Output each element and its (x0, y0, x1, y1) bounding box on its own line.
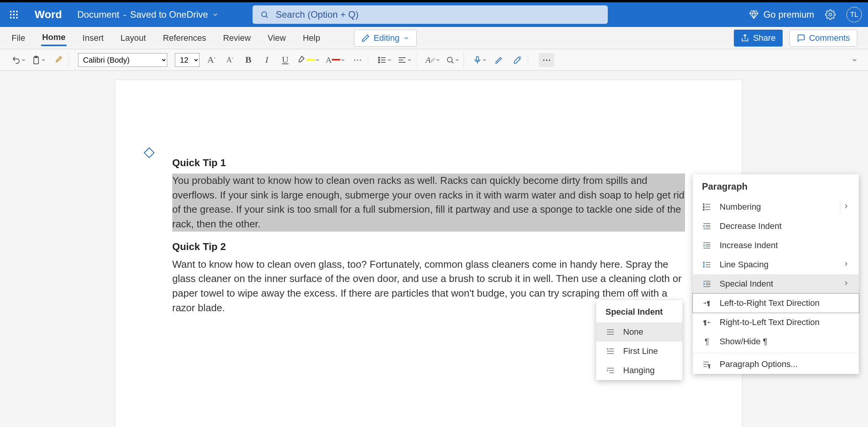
editor-button[interactable] (492, 53, 506, 67)
font-color-button[interactable]: A (326, 53, 346, 67)
avatar[interactable]: TL (846, 7, 862, 22)
menu-item-show-hide[interactable]: ¶ Show/Hide ¶ (693, 332, 859, 351)
align-button[interactable] (397, 53, 412, 67)
font-size-select[interactable]: 12 (175, 53, 200, 67)
app-name[interactable]: Word (35, 8, 62, 21)
line-spacing-icon (702, 260, 712, 270)
comment-icon (797, 34, 805, 42)
chevron-down-icon (435, 57, 441, 63)
bullets-icon (377, 55, 387, 65)
doc-name: Document (77, 9, 119, 20)
grid-icon (10, 11, 18, 18)
app-launcher-icon[interactable] (6, 7, 22, 22)
indent-none[interactable]: None (596, 322, 682, 342)
share-label: Share (753, 33, 776, 43)
dash: - (123, 9, 126, 20)
italic-button[interactable]: I (260, 53, 273, 67)
menu-item-label: Increase Indent (720, 240, 778, 250)
menu-item-ltr-text[interactable]: ¶ Left-to-Right Text Direction (693, 294, 859, 313)
paragraph-1[interactable]: You probably want to know how to clean o… (172, 173, 685, 232)
decrease-indent-icon (702, 221, 712, 231)
gear-icon[interactable] (825, 9, 836, 20)
chevron-down-icon (340, 57, 346, 63)
menu-item-numbering[interactable]: 123 Numbering (693, 197, 859, 217)
svg-text:¶: ¶ (707, 300, 710, 306)
editing-mode-button[interactable]: Editing (354, 30, 417, 47)
tab-layout[interactable]: Layout (120, 31, 147, 45)
tab-references[interactable]: References (162, 31, 207, 45)
avatar-initials: TL (850, 11, 858, 19)
format-painter-button[interactable] (52, 53, 65, 67)
svg-text:3: 3 (703, 208, 705, 211)
ribbon-collapse-button[interactable] (849, 54, 860, 66)
diamond-icon (749, 10, 759, 20)
dictate-button[interactable] (473, 53, 487, 67)
chevron-down-icon (851, 57, 858, 63)
highlighter-icon (297, 55, 306, 65)
undo-icon (12, 55, 21, 65)
shrink-font-button[interactable]: Aˇ (223, 53, 236, 67)
menu-item-paragraph-options[interactable]: ¶ Paragraph Options... (693, 355, 859, 374)
chevron-down-icon (403, 35, 409, 41)
svg-point-10 (378, 62, 379, 63)
tab-insert[interactable]: Insert (82, 31, 105, 45)
ltr-icon: ¶ (702, 298, 712, 308)
more-font-button[interactable]: ⋯ (351, 53, 364, 67)
bullets-button[interactable] (377, 53, 392, 67)
menu-item-increase-indent[interactable]: Increase Indent (693, 236, 859, 255)
go-premium-label: Go premium (763, 9, 814, 20)
chevron-down-icon (387, 57, 392, 63)
chevron-right-icon (843, 279, 850, 289)
underline-button[interactable]: U (279, 53, 292, 67)
menu-item-label: Paragraph Options... (720, 359, 798, 369)
svg-point-0 (262, 12, 267, 17)
undo-button[interactable] (12, 53, 26, 67)
share-button[interactable]: Share (734, 30, 783, 47)
styles-button[interactable]: A (426, 53, 441, 67)
designer-button[interactable] (511, 53, 524, 67)
wand-icon (513, 56, 522, 64)
menu-item-line-spacing[interactable]: Line Spacing (693, 255, 859, 274)
indent-first-line[interactable]: First Line (596, 342, 682, 361)
tab-home[interactable]: Home (41, 30, 66, 46)
chevron-right-icon (843, 202, 850, 212)
heading-quick-tip-2: Quick Tip 2 (172, 241, 685, 253)
menu-item-label: Right-to-Left Text Direction (720, 317, 820, 327)
ribbon-tabs: File Home Insert Layout References Revie… (0, 27, 868, 49)
search-input[interactable] (276, 9, 600, 20)
bold-button[interactable]: B (242, 53, 255, 67)
align-left-icon (397, 55, 407, 65)
pen-icon (431, 58, 435, 62)
toolbar-overflow-button[interactable]: ⋯ (539, 53, 554, 67)
go-premium-button[interactable]: Go premium (749, 9, 814, 20)
svg-text:¶: ¶ (703, 319, 707, 325)
editor-pen-icon (495, 56, 503, 64)
grow-font-button[interactable]: Aˆ (205, 53, 218, 67)
rtl-icon: ¶ (702, 317, 712, 327)
svg-line-16 (452, 62, 453, 63)
comments-button[interactable]: Comments (790, 30, 857, 47)
indent-hanging[interactable]: Hanging (596, 361, 682, 380)
tab-file[interactable]: File (11, 31, 26, 45)
find-button[interactable] (446, 53, 460, 67)
menu-item-rtl-text[interactable]: ¶ Right-to-Left Text Direction (693, 313, 859, 332)
highlight-button[interactable] (297, 53, 320, 67)
font-name-select[interactable]: Calibri (Body) (78, 53, 167, 67)
microphone-icon (473, 56, 482, 64)
doc-title-group[interactable]: Document - Saved to OneDrive (77, 9, 219, 20)
paste-button[interactable] (32, 53, 46, 67)
chevron-down-icon (41, 57, 46, 63)
search-box[interactable] (253, 5, 608, 24)
tab-review[interactable]: Review (222, 31, 251, 45)
menu-item-decrease-indent[interactable]: Decrease Indent (693, 217, 859, 236)
menu-item-special-indent[interactable]: Special Indent (693, 274, 859, 294)
tab-view[interactable]: View (267, 31, 286, 45)
paragraph-options-icon: ¶ (702, 359, 712, 369)
heading-quick-tip-1: Quick Tip 1 (172, 157, 685, 169)
paintbrush-icon (53, 55, 63, 65)
tab-help[interactable]: Help (302, 31, 321, 45)
chevron-right-icon (843, 260, 850, 270)
svg-text:¶: ¶ (708, 364, 710, 369)
chevron-down-icon (407, 57, 412, 63)
special-indent-submenu: Special Indent None First Line Hanging (596, 300, 682, 380)
